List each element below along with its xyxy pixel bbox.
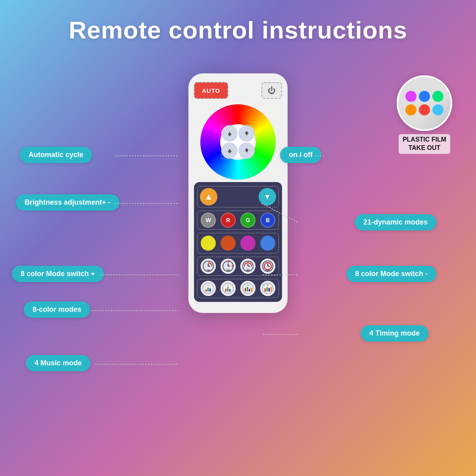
svg-marker-4 [228,149,232,152]
product-image [397,75,452,131]
svg-rect-5 [229,152,230,153]
color-dots-row [197,233,279,253]
on-off-label: on / off [280,147,321,163]
product-dot-1 [405,91,416,102]
svg-rect-27 [207,288,209,292]
svg-rect-33 [229,289,230,292]
green-button[interactable]: G [240,213,255,228]
timer-4h-button[interactable]: 4H [260,259,275,274]
color-modes-label: 8-color modes [24,301,90,318]
music-mode-label: 4 Music mode [26,355,90,371]
timer-3h-button[interactable]: 3H [240,259,255,274]
svg-text:3H: 3H [246,269,250,272]
svg-rect-39 [251,288,252,292]
svg-rect-26 [205,290,207,292]
timer-1h-button[interactable]: 1H [201,259,216,274]
speed-grid [221,125,255,159]
mode-up-button[interactable]: ▲ [200,188,217,205]
power-button[interactable]: ⏻ [261,82,282,99]
svg-rect-31 [225,289,226,292]
product-dot-2 [419,91,430,102]
plastic-film-label: PLASTIC FILM TAKE OUT [399,134,450,154]
auto-button[interactable]: AUTO [194,82,228,99]
color-wheel-area [200,104,276,180]
color-dot-purple[interactable] [240,236,255,251]
timer-row: 1H 2H 3H 4H [197,257,279,276]
svg-rect-32 [227,287,228,292]
svg-rect-43 [267,287,268,292]
wrgb-row: W R G B [197,211,279,230]
power-icon: ⏻ [268,86,276,95]
color-dot-blue[interactable] [260,236,275,251]
svg-marker-6 [245,150,249,153]
svg-rect-45 [271,287,272,292]
product-dot-6 [432,104,443,115]
svg-text:1H: 1H [207,269,210,272]
mode-switch-row: ▲ ▼ [197,186,279,207]
color-mode-minus-label: 8 color Mode switch - [346,266,436,282]
svg-rect-7 [246,148,248,150]
color-wheel[interactable] [200,104,276,180]
svg-rect-44 [269,288,270,292]
color-dot-yellow[interactable] [201,236,216,251]
product-dot-4 [405,104,416,115]
svg-rect-28 [209,288,211,292]
svg-rect-1 [229,135,230,136]
mode-plus-button[interactable] [221,142,238,159]
svg-rect-3 [246,131,248,132]
color-mode-plus-label: 8 color Mode switch + [12,266,104,282]
remote-top-row: AUTO ⏻ [194,82,282,99]
automatic-cycle-label: Automatic cycle [20,147,92,163]
svg-rect-38 [249,289,250,292]
music-mode-1-button[interactable]: 1 [201,281,216,296]
timer-2h-button[interactable]: 2H [221,259,236,274]
svg-text:2H: 2H [226,269,230,272]
color-dot-orange[interactable] [221,236,236,251]
speed-plus-button[interactable] [221,125,238,142]
product-dots [398,86,451,120]
dynamic-modes-label: 21-dynamic modes [355,214,436,230]
product-area: PLASTIC FILM TAKE OUT [397,75,452,154]
color-wheel-inner [220,124,256,160]
brightness-label: Brightness adjustment+ - [16,194,119,211]
blue-button[interactable]: B [260,213,275,228]
speed-minus-button[interactable] [238,125,255,142]
red-button[interactable]: R [221,213,236,228]
svg-rect-37 [247,287,248,292]
white-button[interactable]: W [201,213,216,228]
music-mode-4-button[interactable]: 4 [260,281,275,296]
music-mode-3-button[interactable]: 3 [240,281,255,296]
timing-mode-label: 4 Timing mode [361,325,428,342]
product-dot-3 [432,91,443,102]
svg-rect-36 [245,288,246,292]
mode-down-button[interactable]: ▼ [259,188,276,205]
remote-bottom-panel: ▲ ▼ W R G B 1H 2H 3H [194,182,282,302]
music-row: 1 2 3 4 [197,279,279,298]
mode-minus-button[interactable] [238,142,255,159]
svg-rect-42 [265,288,266,292]
svg-marker-0 [228,132,232,135]
remote-control: AUTO ⏻ [188,73,288,313]
svg-marker-2 [245,132,249,136]
product-dot-5 [419,104,430,115]
page-title: Remote control instructions [0,0,476,44]
music-mode-2-button[interactable]: 2 [221,281,236,296]
svg-text:4H: 4H [266,269,270,272]
product-inner [398,77,451,129]
